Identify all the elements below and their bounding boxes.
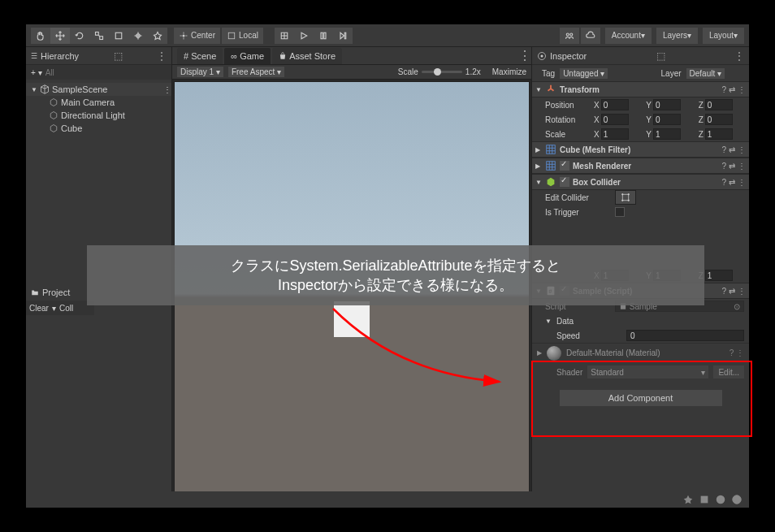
pos-x[interactable] (601, 99, 629, 110)
collab-button[interactable] (560, 28, 579, 44)
scl-z[interactable] (705, 128, 733, 140)
grid-snap[interactable] (275, 28, 294, 44)
display-dropdown[interactable]: Display 1 ▾ (177, 67, 223, 77)
main-toolbar: Center Local Account ▾ Layers ▾ Layout ▾ (26, 24, 749, 47)
inspector-menu-icon[interactable]: ⋮ (734, 50, 744, 62)
layers-dropdown[interactable]: Layers ▾ (656, 28, 698, 44)
gameobject-camera[interactable]: Main Camera (26, 96, 171, 109)
transform-tool[interactable] (128, 28, 148, 44)
collider-icon (545, 176, 556, 188)
rendered-cube (334, 301, 370, 337)
inspector-lock-icon[interactable]: ⬚ (656, 50, 665, 62)
move-tool[interactable] (50, 28, 70, 44)
svg-point-10 (570, 33, 573, 36)
pause-button[interactable] (314, 28, 333, 44)
renderer-enabled[interactable] (560, 161, 569, 171)
scl-x[interactable] (601, 128, 629, 140)
rect-tool[interactable] (109, 28, 128, 44)
hierarchy-tree: ▼ SampleScene ⋮ Main Camera Directional … (26, 80, 171, 138)
preset-icon[interactable]: ⇄ (729, 85, 735, 94)
rotation-label: Rotation (545, 115, 592, 124)
pos-z[interactable] (705, 99, 733, 110)
collapse-button[interactable]: Coll (59, 304, 73, 313)
collider-enabled[interactable] (560, 177, 569, 187)
project-title: Project (42, 288, 70, 297)
unity-scene-icon (40, 84, 50, 94)
game-tab[interactable]: ∞Game (224, 48, 271, 64)
scale-label: Scale (398, 67, 418, 76)
maximize-toggle[interactable]: Maximize (492, 67, 526, 76)
annotation-line2: Inspectorから設定できる様になる。 (278, 275, 513, 295)
scl-y[interactable] (653, 128, 681, 140)
gameobject-light[interactable]: Directional Light (26, 109, 171, 122)
status-icon[interactable] (699, 494, 710, 505)
scene-tab[interactable]: #Scene (177, 48, 223, 64)
clear-button[interactable]: Clear (29, 304, 49, 313)
hierarchy-search-input[interactable] (45, 68, 167, 77)
status-icon[interactable] (715, 494, 726, 505)
inspector-header: Inspector ⬚ ⋮ (532, 47, 749, 65)
play-button[interactable] (294, 28, 314, 44)
shader-edit-button[interactable]: Edit... (713, 365, 744, 378)
aspect-dropdown[interactable]: Free Aspect ▾ (228, 67, 284, 77)
istrigger-checkbox[interactable] (615, 207, 625, 217)
assetstore-tab[interactable]: Asset Store (272, 48, 342, 64)
status-check-icon[interactable] (731, 494, 743, 505)
svg-point-16 (622, 194, 624, 196)
material-name: Default-Material (Material) (566, 348, 725, 357)
editcollider-button[interactable] (615, 190, 636, 205)
rotate-tool[interactable] (70, 28, 89, 44)
gameobject-cube[interactable]: Cube (26, 122, 171, 135)
view-menu-icon[interactable]: ⋮ (518, 48, 531, 63)
hierarchy-menu-icon[interactable]: ⋮ (157, 50, 167, 62)
help-icon[interactable]: ? (721, 85, 726, 94)
create-dropdown[interactable]: + ▾ (31, 68, 42, 77)
tag-dropdown[interactable]: Untagged ▾ (560, 68, 608, 79)
tag-label: Tag (542, 69, 555, 78)
rot-y[interactable] (653, 114, 681, 125)
scene-menu[interactable]: ⋮ (163, 85, 171, 94)
rot-z[interactable] (705, 114, 733, 125)
svg-point-19 (628, 200, 630, 201)
status-icon[interactable] (682, 494, 694, 505)
gameobject-icon (49, 110, 58, 120)
boxcollider-component[interactable]: ▼Box Collider?⇄⋮ (532, 174, 749, 190)
gameobject-icon (49, 97, 58, 107)
shader-dropdown[interactable]: Standard▾ (587, 365, 708, 378)
size-z[interactable] (705, 270, 733, 281)
svg-rect-6 (321, 32, 323, 39)
menu-icon[interactable]: ⋮ (738, 85, 746, 94)
scale-tool[interactable] (89, 28, 109, 44)
hierarchy-search[interactable]: + ▾ (26, 65, 171, 80)
meshrenderer-component[interactable]: ▶Mesh Renderer?⇄⋮ (532, 158, 749, 174)
step-button[interactable] (333, 28, 353, 44)
speed-field[interactable]: 0 (626, 330, 744, 341)
scene-row[interactable]: ▼ SampleScene ⋮ (26, 83, 171, 96)
scale-slider[interactable] (422, 71, 462, 73)
inspector-icon (537, 51, 547, 61)
add-component-button[interactable]: Add Component (560, 390, 722, 406)
layout-dropdown[interactable]: Layout ▾ (703, 28, 744, 44)
rotation-mode[interactable]: Local (222, 28, 263, 44)
game-controls: Display 1 ▾ Free Aspect ▾ Scale 1.2x Max… (172, 65, 531, 80)
hand-tool[interactable] (31, 28, 50, 44)
layer-dropdown[interactable]: Default ▾ (686, 68, 725, 79)
data-foldout[interactable]: Data (556, 317, 574, 326)
position-label: Position (545, 101, 592, 110)
account-dropdown[interactable]: Account ▾ (605, 28, 652, 44)
cloud-button[interactable] (581, 28, 600, 44)
rot-x[interactable] (601, 114, 629, 125)
speed-label: Speed (556, 331, 621, 340)
meshfilter-component[interactable]: ▶Cube (Mesh Filter)?⇄⋮ (532, 141, 749, 158)
transform-component[interactable]: ▼ Transform ?⇄⋮ (532, 81, 749, 97)
annotation-overlay: クラスにSystem.SerializableAttributeを指定すると I… (87, 245, 704, 305)
pivot-mode[interactable]: Center (174, 28, 220, 44)
pos-y[interactable] (653, 99, 681, 110)
assetstore-icon (279, 52, 287, 60)
scale-label: Scale (545, 130, 592, 139)
transform-tools (31, 28, 167, 44)
hierarchy-lock-icon[interactable]: ⬚ (114, 50, 123, 62)
svg-rect-14 (547, 162, 556, 171)
material-preview-icon (547, 346, 561, 361)
custom-tool[interactable] (148, 28, 167, 44)
